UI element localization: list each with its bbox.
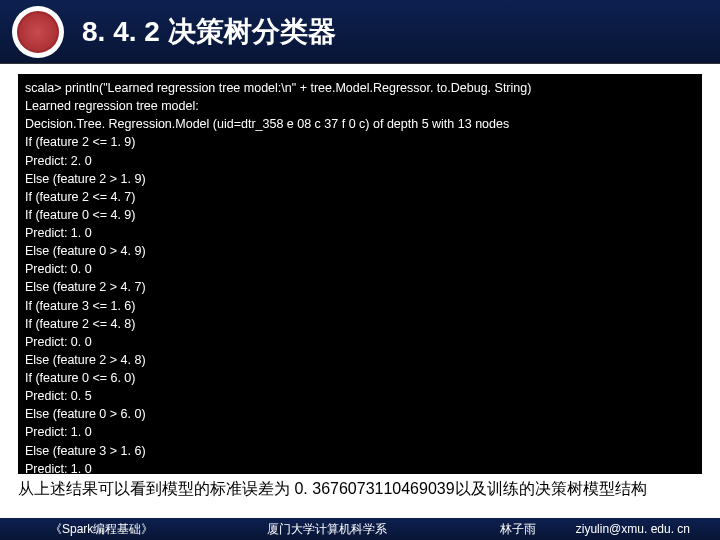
code-line: If (feature 2 <= 1. 9)	[25, 133, 695, 151]
footer-dept: 厦门大学计算机科学系	[193, 521, 459, 538]
code-output-block: scala> println("Learned regression tree …	[18, 74, 702, 474]
code-line: Else (feature 0 > 6. 0)	[25, 405, 695, 423]
code-line: Else (feature 3 > 1. 6)	[25, 442, 695, 460]
code-line: Predict: 1. 0	[25, 423, 695, 441]
code-line: scala> println("Learned regression tree …	[25, 79, 695, 97]
footer-email: ziyulin@xmu. edu. cn	[576, 522, 690, 536]
code-line: Else (feature 2 > 1. 9)	[25, 170, 695, 188]
footer-book: 《Spark编程基础》	[50, 521, 153, 538]
code-line: If (feature 2 <= 4. 8)	[25, 315, 695, 333]
code-line: Predict: 0. 5	[25, 387, 695, 405]
code-line: Else (feature 0 > 4. 9)	[25, 242, 695, 260]
code-line: If (feature 3 <= 1. 6)	[25, 297, 695, 315]
footer-author: 林子雨	[500, 521, 536, 538]
code-line: Predict: 0. 0	[25, 333, 695, 351]
code-line: Predict: 0. 0	[25, 260, 695, 278]
slide-header: 8. 4. 2 决策树分类器	[0, 0, 720, 64]
code-line: Else (feature 2 > 4. 7)	[25, 278, 695, 296]
slide-title: 8. 4. 2 决策树分类器	[82, 13, 336, 51]
code-line: Learned regression tree model:	[25, 97, 695, 115]
code-line: Predict: 1. 0	[25, 224, 695, 242]
code-line: If (feature 2 <= 4. 7)	[25, 188, 695, 206]
code-line: Decision.Tree. Regression.Model (uid=dtr…	[25, 115, 695, 133]
logo-inner	[17, 11, 59, 53]
university-logo	[12, 6, 64, 58]
code-line: Predict: 2. 0	[25, 152, 695, 170]
slide-footer: 《Spark编程基础》 厦门大学计算机科学系 林子雨 ziyulin@xmu. …	[0, 518, 720, 540]
code-line: If (feature 0 <= 6. 0)	[25, 369, 695, 387]
code-line: Predict: 1. 0	[25, 460, 695, 474]
code-line: If (feature 0 <= 4. 9)	[25, 206, 695, 224]
summary-text: 从上述结果可以看到模型的标准误差为 0. 3676073110469039以及训…	[18, 478, 702, 500]
code-line: Else (feature 2 > 4. 8)	[25, 351, 695, 369]
